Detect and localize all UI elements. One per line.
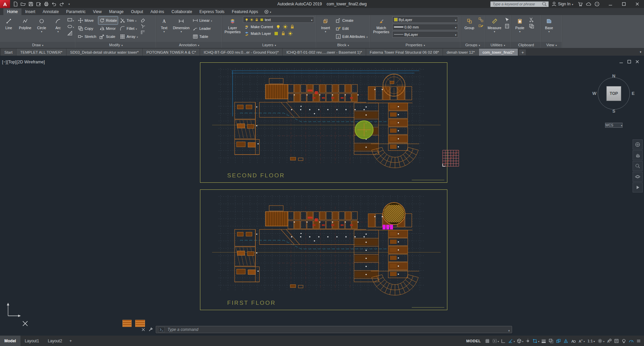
viewcube-south[interactable]: S bbox=[594, 109, 633, 114]
circle-button[interactable]: Circle bbox=[34, 16, 49, 42]
hatch-button[interactable] bbox=[67, 30, 72, 36]
paste-button[interactable]: Paste bbox=[512, 16, 528, 42]
table-button[interactable]: Table bbox=[192, 33, 213, 41]
edit-attributes-button[interactable]: 1Edit Attributes bbox=[335, 33, 368, 41]
leader-button[interactable]: Leader bbox=[192, 24, 213, 33]
recent-commands-button[interactable] bbox=[508, 327, 510, 333]
layer-combo[interactable]: text bbox=[243, 16, 314, 23]
layout-tab-layout2[interactable]: Layout2 bbox=[43, 336, 66, 346]
isolate-objects-toggle[interactable] bbox=[620, 337, 627, 345]
viewcube[interactable]: N S W E TOP bbox=[594, 74, 633, 113]
grid-display-toggle[interactable] bbox=[484, 337, 491, 345]
workspace-switching-toggle[interactable] bbox=[597, 337, 605, 345]
ribbon-tab-collaborate[interactable]: Collaborate bbox=[168, 8, 196, 15]
show-motion-button[interactable] bbox=[633, 182, 643, 192]
measure-button[interactable]: Measure bbox=[486, 16, 503, 42]
rectangle-button[interactable] bbox=[67, 17, 72, 23]
polyline-button[interactable]: Polyline bbox=[17, 16, 33, 42]
doc-tab-com-tower-final2[interactable]: com_tower_final2* bbox=[479, 49, 518, 56]
explode-button[interactable] bbox=[140, 23, 146, 29]
move-button[interactable]: Move bbox=[77, 16, 97, 24]
customization-toggle[interactable] bbox=[635, 337, 642, 345]
stretch-button[interactable]: Stretch bbox=[77, 33, 97, 41]
save-as-button[interactable] bbox=[35, 1, 42, 7]
groups-panel-expander[interactable]: Groups bbox=[461, 42, 485, 48]
command-line[interactable] bbox=[156, 326, 512, 333]
ellipse-dropdown[interactable] bbox=[73, 23, 74, 30]
ellipse-button[interactable] bbox=[67, 24, 72, 30]
new-layout-button[interactable]: + bbox=[66, 339, 75, 343]
mirror-button[interactable]: Mirror bbox=[98, 24, 118, 33]
create-block-button[interactable]: Create bbox=[335, 16, 368, 24]
viewport-restore-button[interactable] bbox=[627, 59, 632, 64]
drawing-canvas[interactable]: [−][Top][2D Wireframe] SECOND FLOOR FIRS… bbox=[0, 56, 644, 336]
object-color-combo[interactable]: ByLayer bbox=[392, 16, 458, 23]
viewport-minimize-control[interactable]: [−] bbox=[2, 60, 7, 64]
array-button[interactable]: Array bbox=[119, 33, 139, 41]
viewcube-top-face[interactable]: TOP bbox=[606, 86, 621, 101]
ribbon-tab-annotate[interactable]: Annotate bbox=[39, 8, 62, 15]
lineweight-display-toggle[interactable] bbox=[540, 337, 547, 345]
line-button[interactable]: Line bbox=[1, 16, 16, 42]
make-current-button[interactable]: Make Current bbox=[243, 24, 274, 30]
match-properties-button[interactable]: Match Properties bbox=[371, 16, 391, 42]
ribbon-tab-featured-apps[interactable]: Featured Apps bbox=[228, 8, 262, 15]
orbit-button[interactable] bbox=[633, 172, 643, 182]
wcs-dropdown[interactable] bbox=[621, 123, 622, 127]
insert-button[interactable]: Insert bbox=[317, 16, 334, 42]
layer-unlock-button[interactable] bbox=[281, 31, 286, 36]
command-input[interactable] bbox=[167, 327, 506, 332]
ribbon-tab-add-ins[interactable]: Add-ins bbox=[147, 8, 168, 15]
ribbon-tab-home[interactable]: Home bbox=[3, 8, 21, 15]
layout-tab-layout1[interactable]: Layout1 bbox=[20, 336, 44, 346]
viewport-visual-style-control[interactable]: [2D Wireframe] bbox=[16, 60, 45, 64]
draw-panel-expander[interactable]: Draw bbox=[0, 42, 76, 48]
edit-block-button[interactable]: Edit bbox=[335, 24, 368, 33]
annotation-scale-dropdown[interactable] bbox=[593, 339, 595, 343]
quick-calc-button[interactable] bbox=[504, 23, 510, 29]
search-icon[interactable] bbox=[542, 1, 547, 7]
copy-clip-button[interactable] bbox=[529, 23, 534, 29]
help-icon[interactable]: ? bbox=[593, 0, 601, 8]
doc-tab-faterna-tower-final-structural-06-02-08[interactable]: Faterna Tower Final Structural 06 02 08* bbox=[366, 49, 443, 56]
doc-tab-sd03-detail-detail-struktur-water-tower[interactable]: SD03_Detail-detail struktur water tower* bbox=[66, 49, 143, 56]
isometric-drafting-toggle[interactable] bbox=[516, 337, 524, 345]
redo-button[interactable] bbox=[58, 1, 65, 7]
ribbon-tab-express-tools[interactable]: Express Tools bbox=[196, 8, 228, 15]
undo-button[interactable] bbox=[50, 1, 58, 7]
viewport-minimize-button[interactable] bbox=[618, 59, 624, 64]
snap-mode-toggle[interactable] bbox=[491, 337, 500, 345]
cloud-icon[interactable] bbox=[584, 0, 593, 8]
full-navigation-wheel-button[interactable] bbox=[633, 139, 643, 150]
zoom-button[interactable] bbox=[633, 161, 643, 171]
ribbon-tab-view[interactable]: View bbox=[89, 8, 105, 15]
linear-dropdown[interactable] bbox=[211, 18, 212, 22]
transparency-toggle[interactable] bbox=[548, 337, 555, 345]
fillet-dropdown[interactable] bbox=[136, 26, 137, 31]
clipboard-panel-expander[interactable]: Clipboard bbox=[511, 42, 541, 48]
viewcube-east[interactable]: E bbox=[632, 91, 635, 96]
group-button[interactable]: Group bbox=[462, 16, 477, 42]
trim-dropdown[interactable] bbox=[135, 18, 137, 22]
maximize-button[interactable] bbox=[617, 0, 631, 8]
minimize-button[interactable] bbox=[604, 0, 617, 8]
doc-tab-overflow-button[interactable]: ▾ bbox=[640, 50, 641, 54]
command-customize-button[interactable] bbox=[148, 327, 154, 333]
cut-button[interactable] bbox=[529, 17, 534, 22]
ribbon-tab-insert[interactable]: Insert bbox=[21, 8, 39, 15]
model-space-button[interactable]: MODEL bbox=[463, 339, 484, 343]
selection-cycling-toggle[interactable] bbox=[555, 337, 562, 345]
layer-lock-button[interactable] bbox=[290, 24, 295, 30]
utilities-panel-expander[interactable]: Utilities bbox=[485, 42, 511, 48]
viewport-view-control[interactable]: [Top] bbox=[7, 60, 16, 64]
new-drawing-tab-button[interactable]: + bbox=[519, 49, 526, 55]
layer-off-button[interactable] bbox=[274, 31, 279, 36]
qat-customize-button[interactable] bbox=[65, 1, 73, 7]
view-panel-expander[interactable]: View bbox=[541, 42, 562, 48]
close-button[interactable] bbox=[631, 0, 644, 8]
lineweight-dropdown[interactable] bbox=[455, 25, 456, 29]
save-button[interactable] bbox=[27, 1, 35, 7]
dimension-button[interactable]: Dimension bbox=[172, 16, 191, 42]
fillet-button[interactable]: Fillet bbox=[119, 24, 139, 33]
auto-scale-toggle[interactable]: A bbox=[577, 337, 586, 345]
